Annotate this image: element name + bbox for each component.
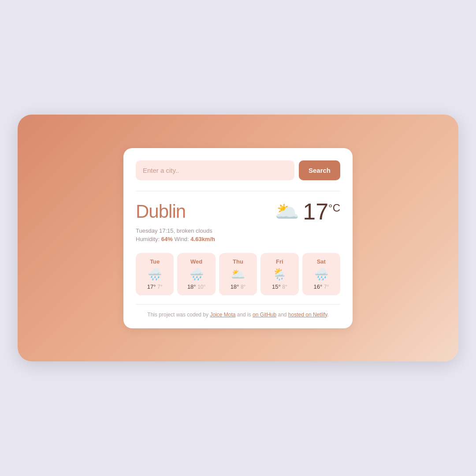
forecast-lo-2: 8°: [241, 284, 245, 290]
forecast-lo-0: 7°: [157, 284, 162, 290]
temperature-display: 17°C: [303, 200, 340, 223]
search-row: Search: [136, 160, 340, 180]
weather-description: Tuesday 17:15, broken clouds: [136, 227, 340, 234]
forecast-card: Wed 🌧️ 18° 10°: [177, 253, 215, 295]
forecast-icon-3: 🌦️: [264, 268, 295, 280]
wind-value: 4.63km/h: [190, 236, 215, 242]
forecast-icon-0: 🌧️: [139, 268, 170, 280]
weather-main: Dublin 🌥️ 17°C: [136, 200, 340, 223]
search-input[interactable]: [136, 160, 294, 180]
forecast-icon-1: 🌧️: [181, 268, 212, 280]
city-name: Dublin: [136, 201, 186, 222]
humidity-label: Humidity:: [136, 236, 160, 242]
footer-author-link[interactable]: Joice Mota: [210, 312, 235, 318]
forecast-row: Tue 🌧️ 17° 7° Wed 🌧️ 18° 10° Thu 🌥️ 18° …: [136, 253, 340, 295]
forecast-day-2: Thu: [223, 258, 253, 265]
forecast-temps-3: 15° 8°: [264, 283, 295, 290]
temp-value: 17: [303, 199, 328, 224]
forecast-card: Fri 🌦️ 15° 8°: [260, 253, 298, 295]
forecast-icon-4: 🌧️: [306, 268, 337, 280]
footer: This project was coded by Joice Mota and…: [136, 312, 340, 318]
forecast-icon-2: 🌥️: [223, 268, 253, 280]
forecast-hi-3: 15°: [272, 283, 281, 290]
forecast-lo-4: 7°: [324, 284, 329, 290]
temp-icon-group: 🌥️ 17°C: [275, 200, 340, 223]
footer-divider: [136, 304, 340, 305]
main-weather-icon: 🌥️: [275, 202, 299, 221]
forecast-hi-4: 16°: [313, 283, 322, 290]
forecast-hi-1: 18°: [187, 283, 196, 290]
forecast-day-0: Tue: [139, 258, 170, 265]
footer-text-end: and: [276, 312, 288, 318]
forecast-hi-0: 17°: [147, 283, 156, 290]
temp-unit: °C: [328, 201, 340, 213]
footer-text-final: .: [327, 312, 328, 318]
section-divider: [136, 191, 340, 191]
footer-github-link[interactable]: on GitHub: [253, 312, 276, 318]
forecast-card: Tue 🌧️ 17° 7°: [136, 253, 174, 295]
footer-text-before: This project was coded by: [147, 312, 210, 318]
forecast-day-3: Fri: [264, 258, 295, 265]
forecast-temps-2: 18° 8°: [223, 283, 253, 290]
forecast-temps-0: 17° 7°: [139, 283, 170, 290]
wind-label: Wind:: [174, 236, 189, 242]
forecast-card: Thu 🌥️ 18° 8°: [219, 253, 257, 295]
humidity-value: 64%: [161, 236, 173, 242]
forecast-day-4: Sat: [306, 258, 337, 265]
forecast-day-1: Wed: [181, 258, 212, 265]
forecast-temps-4: 16° 7°: [306, 283, 337, 290]
forecast-hi-2: 18°: [231, 283, 239, 290]
search-button[interactable]: Search: [299, 160, 340, 180]
footer-netlify-link[interactable]: hosted on Netlify: [288, 312, 327, 318]
forecast-card: Sat 🌧️ 16° 7°: [302, 253, 340, 295]
forecast-lo-3: 8°: [282, 284, 287, 290]
outer-card: Search Dublin 🌥️ 17°C Tuesday 17:15, bro…: [18, 115, 458, 361]
forecast-lo-1: 10°: [197, 284, 205, 290]
footer-text-mid: and is: [235, 312, 253, 318]
forecast-temps-1: 18° 10°: [181, 283, 212, 290]
inner-card: Search Dublin 🌥️ 17°C Tuesday 17:15, bro…: [123, 148, 353, 328]
weather-details: Humidity: 64% Wind: 4.63km/h: [136, 236, 340, 242]
